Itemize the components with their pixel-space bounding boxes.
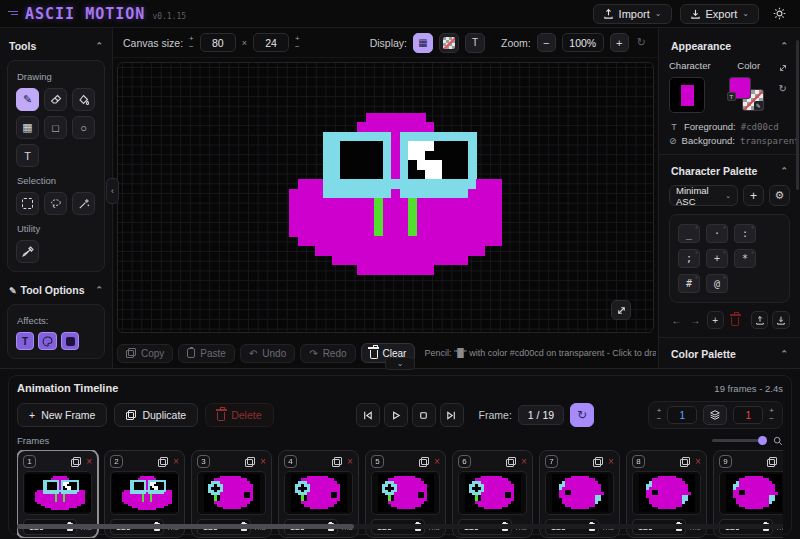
add-char-button[interactable]: + xyxy=(707,311,725,329)
character-key[interactable]: ;× xyxy=(678,249,700,268)
character-palette-settings-button[interactable]: ⚙ xyxy=(769,185,790,206)
tool-options-section-header[interactable]: ✎Tool Options ⌃ xyxy=(7,282,105,304)
lasso-tool-button[interactable] xyxy=(44,192,67,215)
ellipse-tool-button[interactable]: ○ xyxy=(72,116,95,139)
character-key[interactable]: :× xyxy=(734,224,756,243)
duplicate-frame-icon[interactable] xyxy=(332,457,342,467)
onion-next-input[interactable]: 1 xyxy=(733,406,763,424)
move-char-left-button[interactable]: ← xyxy=(669,312,684,328)
frame-thumbnail[interactable] xyxy=(284,471,353,515)
redo-button[interactable]: ↷Redo xyxy=(300,344,355,363)
frame-thumbnail[interactable] xyxy=(632,471,701,515)
slider-track[interactable] xyxy=(712,439,767,442)
affect-color-toggle[interactable] xyxy=(38,332,57,350)
add-character-palette-button[interactable]: + xyxy=(743,185,764,206)
frame-thumbnail[interactable] xyxy=(23,471,92,515)
tools-section-header[interactable]: Tools ⌃ xyxy=(7,38,105,60)
eyedropper-tool-button[interactable] xyxy=(16,240,39,263)
frame-thumbnail[interactable] xyxy=(458,471,527,515)
duplicate-frame-icon[interactable] xyxy=(506,457,516,467)
ascii-art-canvas[interactable] xyxy=(264,113,511,275)
character-key[interactable]: +× xyxy=(706,249,728,268)
play-button[interactable] xyxy=(384,403,408,427)
swap-colors-button[interactable] xyxy=(775,60,791,76)
delete-frame-icon[interactable]: × xyxy=(695,456,701,467)
delete-char-button[interactable] xyxy=(728,312,743,328)
last-frame-button[interactable] xyxy=(440,403,464,427)
frames-scrollbar-thumb[interactable] xyxy=(17,524,354,529)
frame-thumbnail[interactable] xyxy=(371,471,440,515)
canvas-width-input[interactable]: 80 xyxy=(200,33,236,52)
width-stepper[interactable]: +− xyxy=(189,35,194,51)
grid-display-toggle[interactable]: ▦ xyxy=(413,33,433,53)
duplicate-frame-icon[interactable] xyxy=(593,457,603,467)
character-palette-section-header[interactable]: Character Palette ⌃ xyxy=(669,163,790,185)
delete-frame-icon[interactable]: × xyxy=(260,456,266,467)
delete-button[interactable]: Delete xyxy=(205,403,273,427)
delete-frame-icon[interactable]: × xyxy=(86,456,92,467)
undo-button[interactable]: ↶Undo xyxy=(240,344,295,363)
character-key[interactable]: ·× xyxy=(706,224,728,243)
move-char-right-button[interactable]: → xyxy=(688,312,703,328)
onion-prev-stepper[interactable]: +− xyxy=(657,407,662,423)
remove-character-icon[interactable]: × xyxy=(751,225,754,230)
zoom-in-button[interactable]: + xyxy=(610,33,629,52)
remove-character-icon[interactable]: × xyxy=(751,250,754,255)
delete-frame-icon[interactable]: × xyxy=(521,456,527,467)
pattern-tool-button[interactable]: ▦ xyxy=(16,116,39,139)
slider-knob[interactable] xyxy=(758,436,767,445)
import-palette-button[interactable] xyxy=(751,311,769,329)
export-palette-button[interactable] xyxy=(772,311,790,329)
frame-thumbnail[interactable] xyxy=(545,471,614,515)
appearance-section-header[interactable]: Appearance ⌃ xyxy=(669,38,790,60)
affect-background-toggle[interactable] xyxy=(61,332,79,350)
frames-scrollbar[interactable] xyxy=(17,524,783,529)
copy-button[interactable]: Copy xyxy=(117,344,173,363)
timeline-collapse-handle[interactable]: ⌄ xyxy=(385,357,415,370)
stop-button[interactable] xyxy=(412,403,436,427)
delete-frame-icon[interactable]: × xyxy=(434,456,440,467)
duplicate-button[interactable]: Duplicate xyxy=(114,403,198,427)
character-key[interactable]: _× xyxy=(678,224,700,243)
duplicate-frame-icon[interactable] xyxy=(245,457,255,467)
delete-frame-icon[interactable]: × xyxy=(608,456,614,467)
frame-thumbnail[interactable] xyxy=(110,471,179,515)
onion-prev-input[interactable]: 1 xyxy=(667,406,697,424)
remove-character-icon[interactable]: × xyxy=(695,250,698,255)
transparency-display-toggle[interactable] xyxy=(439,33,459,53)
eraser-tool-button[interactable] xyxy=(44,88,67,111)
magic-wand-tool-button[interactable] xyxy=(72,192,95,215)
character-preview[interactable] xyxy=(669,77,705,113)
first-frame-button[interactable] xyxy=(356,403,380,427)
drawing-canvas[interactable] xyxy=(117,62,654,333)
remove-character-icon[interactable]: × xyxy=(723,250,726,255)
duplicate-frame-icon[interactable] xyxy=(158,457,168,467)
export-button[interactable]: Export ⌄ xyxy=(680,4,760,24)
remove-character-icon[interactable]: × xyxy=(723,275,726,280)
affect-character-toggle[interactable]: T xyxy=(16,332,34,350)
delete-frame-icon[interactable]: × xyxy=(782,456,783,467)
delete-frame-icon[interactable]: × xyxy=(173,456,179,467)
duplicate-frame-icon[interactable] xyxy=(767,457,777,467)
left-panel-collapse-handle[interactable]: ‹ xyxy=(106,178,119,204)
duplicate-frame-icon[interactable] xyxy=(71,457,81,467)
remove-character-icon[interactable]: × xyxy=(723,225,726,230)
paste-button[interactable]: Paste xyxy=(178,344,235,363)
theme-toggle-button[interactable] xyxy=(767,5,792,22)
duplicate-frame-icon[interactable] xyxy=(419,457,429,467)
character-key[interactable]: @× xyxy=(706,274,728,293)
canvas-expand-button[interactable] xyxy=(611,300,631,320)
right-panel-scrollbar[interactable] xyxy=(796,40,799,190)
import-button[interactable]: Import ⌄ xyxy=(593,4,672,24)
frame-thumbnail[interactable] xyxy=(719,471,783,515)
onion-next-stepper[interactable]: +− xyxy=(769,407,774,423)
frame-thumbnail[interactable] xyxy=(197,471,266,515)
remove-character-icon[interactable]: × xyxy=(695,225,698,230)
rect-select-tool-button[interactable] xyxy=(16,192,39,215)
loop-toggle-button[interactable]: ↻ xyxy=(570,403,594,427)
height-stepper[interactable]: +− xyxy=(295,35,300,51)
onion-skin-toggle[interactable] xyxy=(703,405,727,425)
foreground-swatch[interactable]: T xyxy=(729,77,751,99)
reset-colors-button[interactable]: ↻ xyxy=(775,80,791,96)
remove-character-icon[interactable]: × xyxy=(695,275,698,280)
